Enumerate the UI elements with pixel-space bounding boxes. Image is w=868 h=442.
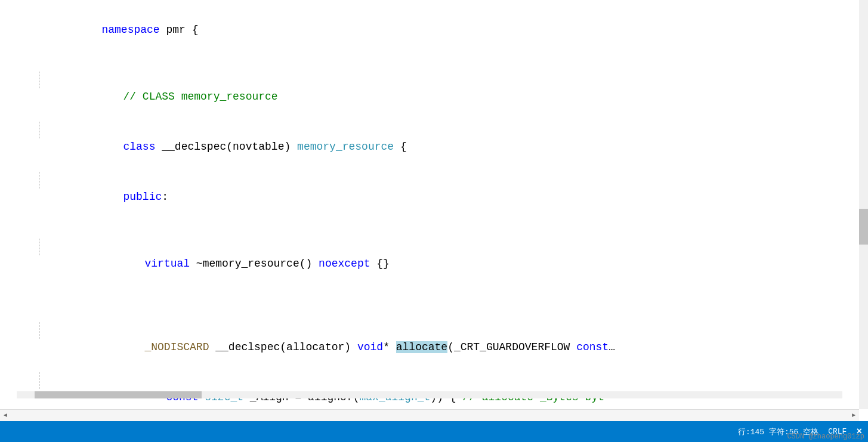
line-content: public: [48, 172, 854, 222]
csdn-watermark: CSDN @zhaopeng01zp [783, 431, 868, 442]
highlighted-word: allocate [396, 341, 447, 353]
keyword: class [123, 141, 155, 153]
code-line: // CLASS memory_resource [0, 72, 859, 122]
vertical-scrollbar[interactable] [859, 0, 868, 409]
line-gutter [0, 172, 48, 188]
scroll-right-button[interactable]: ► [852, 412, 855, 419]
code-line [0, 222, 859, 239]
line-content: // CLASS memory_resource [48, 72, 854, 122]
line-content: _NODISCARD __declspec(allocator) void* a… [48, 322, 854, 372]
code-line: _NODISCARD __declspec(allocator) void* a… [0, 322, 859, 372]
code-text: * [383, 341, 396, 353]
keyword: noexcept [319, 258, 370, 270]
keyword: namespace [101, 24, 159, 36]
class-name: memory_resource [297, 141, 394, 153]
code-line [0, 305, 859, 322]
code-line [0, 55, 859, 72]
line-content: namespace pmr { [48, 5, 854, 55]
code-line: namespace pmr { [0, 5, 859, 55]
comment: // CLASS memory_resource [123, 91, 277, 103]
line-gutter [0, 372, 48, 389]
code-text: { [394, 141, 407, 153]
keyword: virtual [144, 258, 190, 270]
status-bar: 行:145 字符:56 空格 CRLF × [0, 421, 868, 442]
line-gutter [0, 72, 48, 88]
keyword: void [357, 341, 383, 353]
vertical-scrollbar-thumb[interactable] [859, 209, 868, 245]
horizontal-scrollbar-thumb[interactable] [35, 391, 202, 398]
line-content [48, 289, 854, 305]
code-area: namespace pmr { // CLASS memory_resource… [0, 0, 859, 409]
line-content [48, 222, 854, 239]
bottom-nav-bar: ◄ ► [0, 409, 859, 421]
code-text: … [608, 341, 615, 353]
code-line: class __declspec(novtable) memory_resour… [0, 122, 859, 172]
code-line: public: [0, 172, 859, 222]
line-content [48, 305, 854, 322]
line-gutter [0, 239, 48, 255]
line-content: class __declspec(novtable) memory_resour… [48, 122, 854, 172]
watermark-text: CSDN @zhaopeng01zp [787, 432, 864, 441]
editor-container: namespace pmr { // CLASS memory_resource… [0, 0, 868, 442]
keyword: const [576, 341, 608, 353]
code-text: pmr { [160, 24, 199, 36]
code-text: (_CRT_GUARDOVERFLOW [447, 341, 576, 353]
line-content: virtual ~memory_resource() noexcept {} [48, 239, 854, 289]
line-gutter [0, 322, 48, 339]
code-line: virtual ~memory_resource() noexcept {} [0, 239, 859, 289]
code-line [0, 289, 859, 305]
code-text: ~memory_resource() [190, 258, 319, 270]
code-text: : [162, 191, 168, 203]
code-text: __declspec(allocator) [209, 341, 357, 353]
scroll-left-button[interactable]: ◄ [4, 412, 7, 419]
macro: _NODISCARD [144, 341, 209, 353]
code-text: {} [370, 258, 390, 270]
code-text: __declspec(novtable) [155, 141, 297, 153]
line-gutter [0, 122, 48, 138]
line-content [48, 55, 854, 72]
keyword: public [123, 191, 162, 203]
